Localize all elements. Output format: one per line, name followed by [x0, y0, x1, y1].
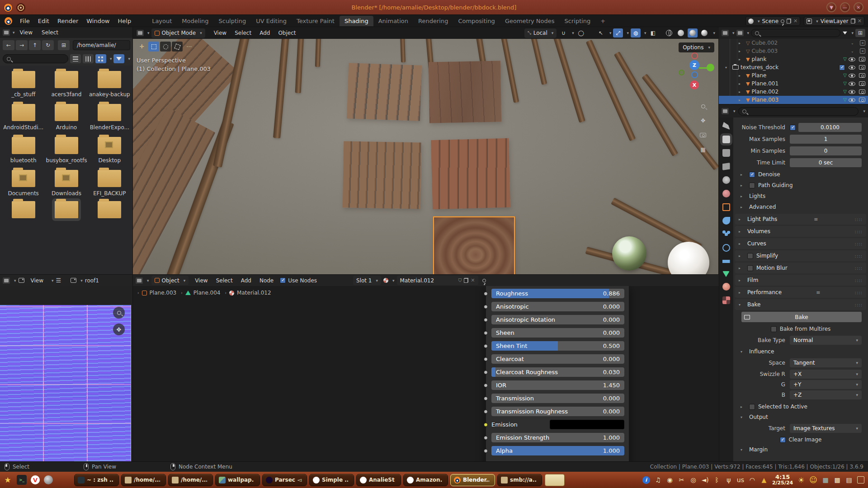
show-desktop-button[interactable]: [857, 476, 864, 483]
launcher-files[interactable]: [57, 475, 67, 485]
disable-render-icon[interactable]: [859, 98, 865, 102]
selected-to-active-toggle[interactable]: ▸ Selected to Active: [733, 401, 868, 412]
node-socket[interactable]: [484, 436, 488, 440]
new-collection-button[interactable]: ⊞: [855, 29, 865, 37]
viewlayer-selector[interactable]: ▾ ViewLayer ✕: [804, 16, 864, 26]
outliner-row-cube003[interactable]: ▸▽Cube.003 ⌄✕: [719, 47, 868, 55]
property-value-field[interactable]: 0: [790, 146, 862, 155]
breadcrumb-item[interactable]: › Plane.004: [179, 290, 220, 296]
display-vertical-list-button[interactable]: [70, 54, 81, 63]
folder-item[interactable]: EFI_BACKUP: [88, 170, 131, 197]
collapsible-toggle[interactable]: ▸ Path Guiding: [733, 180, 868, 191]
menu-hamburger-icon[interactable]: ☰: [56, 277, 62, 284]
pin-scene-icon[interactable]: [781, 19, 784, 23]
file-search-input[interactable]: [3, 54, 68, 63]
property-value-field[interactable]: 0 sec: [790, 158, 862, 167]
hide-icon[interactable]: [849, 98, 855, 102]
editor-type-icon[interactable]: [3, 277, 10, 284]
property-checkbox[interactable]: [790, 125, 796, 131]
node-socket[interactable]: [484, 305, 488, 309]
node-input-row[interactable]: Transmission Roughness 0.000: [491, 407, 624, 416]
node-socket[interactable]: [484, 396, 488, 400]
viewport-scene[interactable]: ✛ ⋯ User Perspective (1) Collection | Pl…: [133, 39, 719, 275]
panel-header[interactable]: ▸ Curves ≡ ::::: [735, 238, 866, 249]
workspace-tab[interactable]: Geometry Nodes: [500, 16, 560, 26]
tray-cut[interactable]: ✂: [678, 476, 685, 483]
panel-header[interactable]: ▸ Motion Blur ≡ ::::: [735, 263, 866, 273]
node-socket[interactable]: [484, 370, 488, 374]
color-swatch[interactable]: [550, 420, 624, 429]
hide-icon[interactable]: [849, 57, 855, 61]
tray-record[interactable]: ◎: [690, 476, 697, 483]
swizzle-b-dropdown[interactable]: +Z▾: [790, 390, 862, 399]
window-close-button[interactable]: ✕: [854, 2, 863, 12]
folder-item[interactable]: BlenderExpo...: [88, 104, 131, 131]
node-socket[interactable]: [484, 291, 488, 296]
nav-refresh-button[interactable]: ↻: [42, 40, 54, 50]
shading-rendered-button[interactable]: [699, 28, 709, 38]
properties-tab-scene[interactable]: [722, 176, 730, 184]
panel-grip-icon[interactable]: ::::: [855, 290, 863, 295]
new-viewlayer-icon[interactable]: [851, 19, 855, 23]
excluded-icon[interactable]: ⌄: [851, 49, 856, 53]
bake-button[interactable]: Bake: [741, 312, 862, 322]
zoom-icon[interactable]: [699, 102, 707, 110]
properties-options-dropdown[interactable]: ▾: [863, 109, 865, 113]
select-lasso-tool-button[interactable]: [172, 42, 183, 52]
node-input-row[interactable]: Emission: [491, 420, 624, 429]
folder-item[interactable]: anakey-backup: [88, 71, 131, 98]
panel-header[interactable]: ▸ Performance ≡ ::::: [735, 287, 866, 298]
taskbar-empty-window-button[interactable]: [545, 474, 565, 486]
unlink-scene-icon[interactable]: ✕: [793, 18, 797, 24]
properties-tab-physics[interactable]: [722, 244, 730, 252]
scene-name[interactable]: Scene: [762, 18, 779, 24]
shading-dropdown[interactable]: ▾: [713, 31, 715, 35]
workspace-tab[interactable]: Texture Paint: [292, 16, 340, 26]
gizmo-axis-neg[interactable]: [691, 52, 698, 59]
plank-platform[interactable]: [429, 61, 501, 123]
overlays-toggle[interactable]: ◍: [631, 28, 641, 38]
workspace-tab[interactable]: Modeling: [177, 16, 213, 26]
excluded-icon[interactable]: ⌄: [851, 41, 856, 45]
fake-user-shield-icon[interactable]: ⛉: [458, 278, 462, 283]
node-socket[interactable]: [484, 331, 488, 335]
panel-header[interactable]: ▸ Simplify ≡ ::::: [735, 250, 866, 261]
outliner-row-plane001[interactable]: ▸▼Plane.001▽: [719, 80, 868, 88]
material-icon[interactable]: [383, 278, 388, 283]
disable-render-icon[interactable]: [859, 89, 865, 94]
bake-type-dropdown[interactable]: Normal▾: [790, 336, 862, 345]
display-thumbnails-button[interactable]: [95, 54, 106, 63]
cursor-tool-button[interactable]: ✛: [137, 42, 147, 52]
launcher-favorites[interactable]: ★: [3, 475, 13, 485]
node-input-row[interactable]: Anisotropic Rotation 0.000: [491, 315, 624, 324]
folder-item[interactable]: Arduino: [45, 104, 88, 131]
folder-item[interactable]: Downloads: [45, 170, 88, 197]
node-socket[interactable]: [484, 449, 488, 453]
node-input-row[interactable]: Clearcoat Roughness 0.030: [491, 367, 624, 377]
taskbar-window-button[interactable]: Simple ...: [309, 474, 354, 486]
tray-package[interactable]: ▩: [834, 476, 841, 483]
workspace-tab[interactable]: Rendering: [413, 16, 453, 26]
navigation-gizmo[interactable]: Z X: [678, 52, 716, 90]
preset-icon[interactable]: ≡: [814, 216, 818, 222]
node-socket[interactable]: [484, 344, 488, 348]
options-dropdown[interactable]: Options▾: [679, 42, 714, 52]
display-mode-icon[interactable]: [736, 30, 744, 36]
snap-magnet-icon[interactable]: ∪: [558, 28, 568, 38]
node-input-row[interactable]: Emission Strength 1.000: [491, 433, 624, 442]
properties-tab-texture[interactable]: [722, 296, 730, 304]
properties-tab-data[interactable]: [722, 271, 730, 277]
tray-bluetooth[interactable]: ᛒ: [713, 476, 721, 483]
outliner-row-cube002[interactable]: ▸▽Cube.002 ⌄✕: [719, 39, 868, 47]
editor-type-icon[interactable]: [137, 30, 144, 36]
hide-icon[interactable]: [849, 82, 855, 86]
folder-item[interactable]: Documents: [2, 170, 45, 197]
gizmo-axis-y[interactable]: [707, 64, 714, 71]
workspace-tab[interactable]: Layout: [147, 16, 177, 26]
node-socket[interactable]: [484, 357, 488, 361]
property-value-field[interactable]: 1: [790, 135, 862, 144]
node-socket[interactable]: [484, 318, 488, 322]
outliner-row-plank[interactable]: ▸▼plank▽: [719, 55, 868, 63]
filter-toggle-button[interactable]: [113, 54, 124, 63]
panel-checkbox[interactable]: [747, 253, 753, 259]
